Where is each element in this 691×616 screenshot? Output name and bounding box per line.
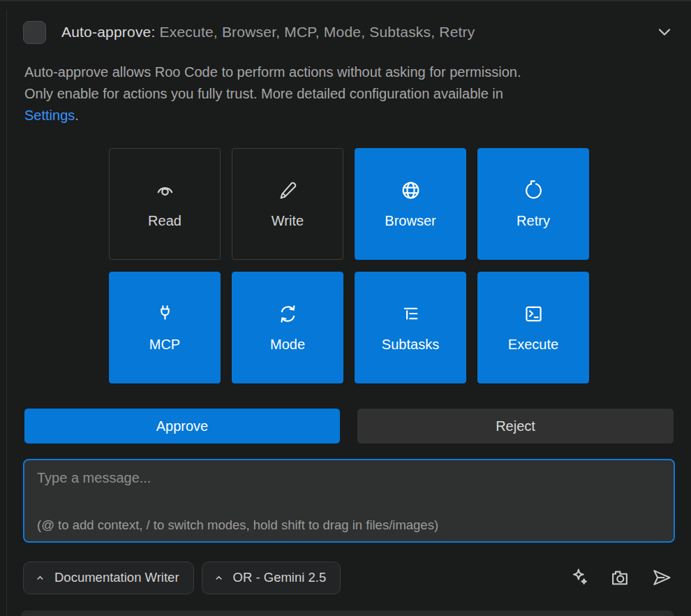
composer-actions [569, 566, 674, 589]
chevron-up-icon [35, 573, 45, 583]
approve-button[interactable]: Approve [24, 409, 340, 443]
toggle-write-button[interactable]: Write [232, 148, 343, 260]
toggle-label: Retry [517, 213, 550, 229]
toggle-label: Write [272, 213, 304, 229]
model-selector[interactable]: OR - Gemini 2.5 [202, 562, 341, 594]
auto-approve-checkbox[interactable] [23, 21, 46, 44]
toggle-label: Execute [508, 337, 558, 353]
globe-icon [400, 179, 422, 201]
refresh-icon [523, 179, 544, 201]
terminal-icon [523, 303, 544, 325]
message-composer: (@ to add context, / to switch modes, ho… [23, 459, 675, 543]
toggle-execute-button[interactable]: Execute [477, 272, 589, 383]
composer-footer: Documentation Writer OR - Gemini 2.5 [23, 561, 674, 594]
toggle-read-button[interactable]: Read [109, 148, 221, 260]
list-tree-icon [400, 303, 422, 325]
plug-icon [154, 303, 176, 325]
description-line-1: Auto-approve allows Roo Code to perform … [24, 61, 674, 83]
toggle-label: Browser [385, 213, 436, 229]
auto-approve-header: Auto-approve: Execute, Browser, MCP, Mod… [23, 20, 676, 44]
toggle-label: Read [148, 213, 181, 229]
description-line-2: Only enable for actions you fully trust.… [24, 83, 674, 105]
camera-icon[interactable] [609, 566, 631, 589]
sync-icon [277, 303, 299, 325]
auto-approve-title[interactable]: Auto-approve: Execute, Browser, MCP, Mod… [61, 24, 475, 41]
description-line-3: Settings. [24, 105, 674, 126]
composer-hint: (@ to add context, / to switch modes, ho… [37, 518, 438, 533]
toggle-subtasks-button[interactable]: Subtasks [355, 272, 466, 383]
model-selector-label: OR - Gemini 2.5 [233, 570, 327, 585]
chevron-down-icon[interactable] [653, 21, 676, 43]
send-icon[interactable] [650, 566, 674, 589]
message-input[interactable] [24, 460, 674, 515]
toggle-mode-button[interactable]: Mode [232, 272, 343, 383]
toggle-browser-button[interactable]: Browser [355, 148, 466, 260]
toggle-retry-button[interactable]: Retry [477, 148, 589, 260]
reject-button[interactable]: Reject [357, 409, 674, 443]
auto-approve-summary: Execute, Browser, MCP, Mode, Subtasks, R… [156, 24, 475, 40]
toggle-label: Subtasks [382, 337, 439, 353]
bottom-panel-edge [21, 610, 674, 616]
mode-selector[interactable]: Documentation Writer [23, 562, 194, 594]
auto-approve-title-label: Auto-approve: [61, 24, 156, 40]
toggle-label: MCP [149, 337, 180, 353]
eye-icon [154, 179, 176, 201]
auto-approve-description: Auto-approve allows Roo Code to perform … [24, 61, 674, 126]
panel-left-divider [6, 10, 7, 616]
mode-selector-label: Documentation Writer [54, 570, 179, 585]
sparkles-icon[interactable] [569, 566, 590, 589]
pencil-icon [277, 179, 299, 201]
auto-approve-toggle-grid: Read Write Browser Retry [109, 148, 589, 383]
toggle-label: Mode [270, 337, 305, 353]
panel-top-divider [0, 0, 691, 1]
toggle-mcp-button[interactable]: MCP [109, 272, 221, 383]
settings-suffix: . [75, 108, 79, 123]
settings-link[interactable]: Settings [24, 108, 75, 123]
chevron-up-icon [214, 573, 224, 583]
